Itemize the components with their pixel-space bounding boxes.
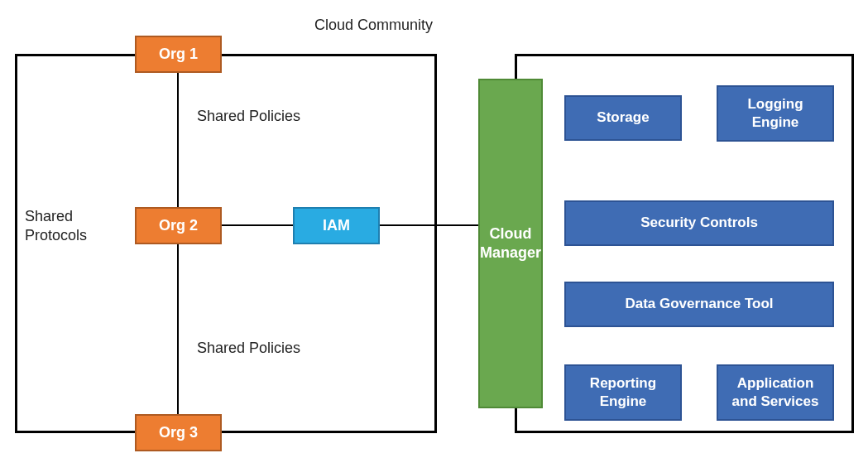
connector-org2-org3	[177, 244, 179, 414]
security-controls-box: Security Controls	[564, 200, 834, 246]
data-governance-label: Data Governance Tool	[625, 295, 773, 313]
storage-box: Storage	[564, 95, 682, 141]
iam-label: IAM	[323, 217, 350, 234]
app-services-box: Application and Services	[717, 364, 834, 421]
cloud-manager-box: Cloud Manager	[478, 79, 543, 408]
org2-box: Org 2	[135, 207, 222, 244]
reporting-engine-box: Reporting Engine	[564, 364, 682, 421]
org1-box: Org 1	[135, 36, 222, 73]
reporting-engine-label: Reporting Engine	[590, 374, 656, 411]
logging-engine-label: Logging Engine	[747, 95, 803, 132]
data-governance-box: Data Governance Tool	[564, 282, 834, 327]
connector-org1-org2	[177, 73, 179, 207]
shared-policies-top-label: Shared Policies	[197, 108, 300, 125]
org3-label: Org 3	[159, 424, 198, 441]
shared-policies-bottom-label: Shared Policies	[197, 340, 300, 357]
connector-org2-iam	[222, 224, 293, 226]
org1-label: Org 1	[159, 46, 198, 63]
storage-label: Storage	[597, 108, 649, 127]
connector-iam-cloudmgr	[380, 224, 478, 226]
diagram-title: Cloud Community	[314, 17, 433, 34]
logging-engine-box: Logging Engine	[717, 85, 834, 142]
security-controls-label: Security Controls	[640, 214, 758, 232]
iam-box: IAM	[293, 207, 380, 244]
shared-protocols-label: Shared Protocols	[25, 207, 87, 246]
cloud-manager-label: Cloud Manager	[480, 224, 541, 263]
org2-label: Org 2	[159, 217, 198, 234]
app-services-label: Application and Services	[732, 374, 819, 411]
org3-box: Org 3	[135, 414, 222, 451]
